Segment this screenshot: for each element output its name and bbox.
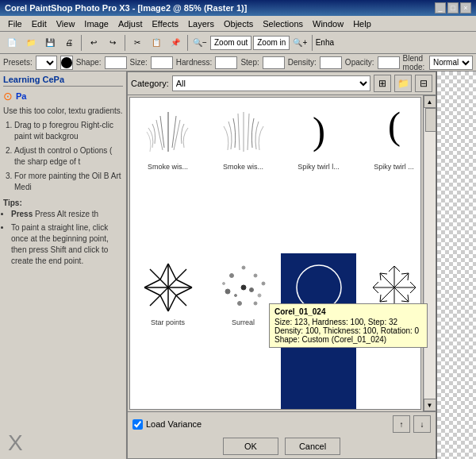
svg-line-20 [160,295,168,311]
load-variance-checkbox[interactable] [132,419,143,430]
step-input[interactable]: 10 [263,56,285,69]
enha-button[interactable]: Enha [316,34,333,52]
new-button[interactable]: 📄 [3,34,21,52]
cut-button[interactable]: ✂ [129,34,146,52]
brush-smoke1[interactable]: Smoke wis... [130,98,205,253]
dialog-toolbar: Category: All ⊞ 📁 ⊟ [128,72,436,95]
svg-text:): ) [388,111,401,154]
category-select[interactable]: All [172,75,370,91]
zoom-out-button[interactable]: Zoom out [210,36,251,50]
menu-selections[interactable]: Selections [258,17,308,30]
minimize-button[interactable]: _ [435,2,446,14]
redo-button[interactable]: ↪ [104,34,121,52]
grid-view-button[interactable]: ⊞ [374,75,391,92]
brush-label-smoke2: Smoke wis... [223,163,263,171]
steps-list: Drag to p foregrou Right-clic paint wit … [3,120,123,193]
window-controls[interactable]: _ □ × [435,2,471,14]
menu-objects[interactable]: Objects [219,17,258,30]
cancel-button[interactable]: Cancel [285,438,340,455]
hardness-input[interactable]: 50 [215,56,237,69]
folder-button[interactable]: 📁 [394,75,412,92]
settings-button[interactable]: ⊟ [415,75,432,92]
tooltip-shape: Shape: Custom (Corel_01_024) [274,335,422,344]
tip-2: To paint a straight line, click once at … [11,222,123,267]
print-button[interactable]: 🖨 [60,34,78,52]
scroll-track [424,108,436,399]
svg-line-7 [248,114,249,150]
tooltip-name: Corel_01_024 [274,307,422,316]
brush-preview-spiky1: ) [289,102,348,161]
brush-preview-surreal [213,257,273,317]
options-bar: Presets: Shape: Size: 23 Hardness: 50 St… [0,54,476,71]
zoom-out-icon[interactable]: 🔍− [191,34,209,52]
zoom-in-button[interactable]: Zoom in [253,36,290,50]
title-bar: Corel PaintShop Photo Pro X3 - [Image2 @… [0,0,476,16]
open-button[interactable]: 📁 [22,34,40,52]
brush-grid-area: Smoke wis... [128,95,436,411]
pa-label: Pa [16,91,26,101]
menu-adjust[interactable]: Adjust [113,17,148,30]
menu-help[interactable]: Help [348,17,376,30]
opacity-label: Opacity: [345,58,374,67]
load-variance-row: Load Variance ↑ ↓ [132,415,431,433]
brush-label-spiky2: Spiky twirl ... [374,163,414,171]
learning-content: Use this too color, textu gradients. Dra… [3,106,123,267]
menu-layers[interactable]: Layers [183,17,219,30]
copy-button[interactable]: 📋 [148,34,165,52]
svg-point-29 [254,302,257,305]
svg-point-23 [241,285,246,290]
brush-star[interactable]: Star points [130,253,205,409]
zoom-in-icon[interactable]: 🔍+ [291,34,309,52]
export-button[interactable]: ↑ [393,415,410,433]
brush-scrollbar[interactable]: ▲ ▼ [423,95,436,411]
dialog-buttons: OK Cancel [132,438,431,455]
size-input[interactable]: 23 [151,56,173,69]
tooltip-size: Size: 123, Hardness: 100, Step: 32 [274,318,422,326]
intro-text: Use this too color, textu gradients. [3,106,123,117]
brush-spiky2[interactable]: ) Spiky twirl ... [356,98,421,253]
menu-window[interactable]: Window [308,17,348,30]
scroll-down-button[interactable]: ▼ [424,399,436,411]
maximize-button[interactable]: □ [447,2,459,14]
density-input[interactable]: 100 [320,56,342,69]
menu-edit[interactable]: Edit [27,17,52,30]
svg-point-30 [222,282,225,284]
load-variance-label: Load Variance [146,419,202,429]
shape-input[interactable] [105,56,127,69]
ok-button[interactable]: OK [223,438,278,455]
menu-image[interactable]: Image [79,17,113,30]
tip-1: Press Press Alt resize th [11,209,123,220]
close-button[interactable]: × [460,2,471,14]
menu-view[interactable]: View [52,17,80,30]
brush-smoke2[interactable]: Smoke wis... [205,98,281,253]
import-button[interactable]: ↓ [413,415,431,433]
category-label: Category: [131,79,169,88]
brush-preview-star [138,257,198,317]
hardness-label: Hardness: [176,58,213,67]
menu-effects[interactable]: Effects [148,17,183,30]
menu-file[interactable]: File [3,17,27,30]
svg-line-15 [160,264,168,280]
blend-mode-select[interactable]: Normal [429,56,473,70]
svg-point-33 [234,294,236,296]
svg-point-24 [229,273,233,277]
right-panel [436,71,476,459]
svg-point-28 [237,301,241,305]
presets-select[interactable] [36,56,57,70]
scroll-up-button[interactable]: ▲ [424,95,436,108]
shape-label: Shape: [76,58,102,67]
save-button[interactable]: 💾 [41,34,59,52]
svg-line-2 [172,116,176,148]
title-text: Corel PaintShop Photo Pro X3 - [Image2 @… [5,3,247,13]
tips-title: Tips: [3,198,123,209]
undo-button[interactable]: ↩ [85,34,102,52]
opacity-input[interactable]: 100 [378,56,400,69]
brush-spiky1[interactable]: ) Spiky twirl l... [281,98,356,253]
density-label: Density: [288,58,317,67]
menu-bar: File Edit View Image Adjust Effects Laye… [0,16,476,32]
x-mark-area: X [0,430,126,459]
svg-line-16 [168,264,176,280]
scroll-thumb[interactable] [425,108,436,132]
presets-label: Presets: [3,58,33,67]
paste-button[interactable]: 📌 [167,34,184,52]
